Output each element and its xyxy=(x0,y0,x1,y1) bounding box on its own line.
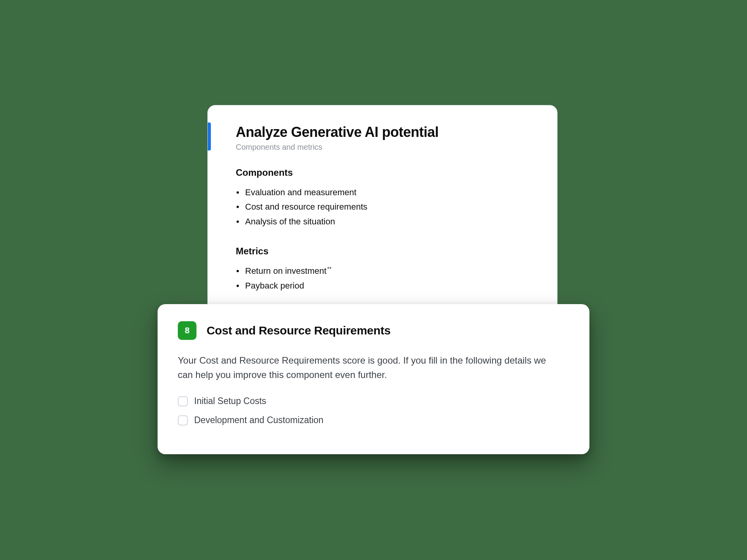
list-item: Cost and resource requirements xyxy=(245,200,534,214)
score-detail-card: 8 Cost and Resource Requirements Your Co… xyxy=(158,304,589,454)
components-heading: Components xyxy=(236,167,534,178)
components-list: Evaluation and measurement Cost and reso… xyxy=(236,185,534,229)
metrics-heading: Metrics xyxy=(236,246,534,257)
check-row: Development and Customization xyxy=(178,415,569,425)
card-subtitle: Components and metrics xyxy=(236,143,534,152)
check-label: Development and Customization xyxy=(194,415,323,425)
check-label: Initial Setup Costs xyxy=(194,396,266,406)
detail-title: Cost and Resource Requirements xyxy=(207,324,391,337)
score-badge: 8 xyxy=(178,321,196,340)
card-title: Analyze Generative AI potential xyxy=(236,124,534,140)
detail-body: Your Cost and Resource Requirements scor… xyxy=(178,353,551,382)
checkbox-initial-setup[interactable] xyxy=(178,396,188,406)
list-item: Evaluation and measurement xyxy=(245,185,534,200)
asterisk-icon: ** xyxy=(327,266,331,272)
list-item: Analysis of the situation xyxy=(245,214,534,229)
list-item: Payback period xyxy=(245,278,534,293)
checkbox-development[interactable] xyxy=(178,415,188,425)
check-row: Initial Setup Costs xyxy=(178,396,569,406)
list-item: Return on investment** xyxy=(245,264,534,278)
metrics-list: Return on investment** Payback period xyxy=(236,264,534,293)
accent-bar xyxy=(208,122,211,150)
